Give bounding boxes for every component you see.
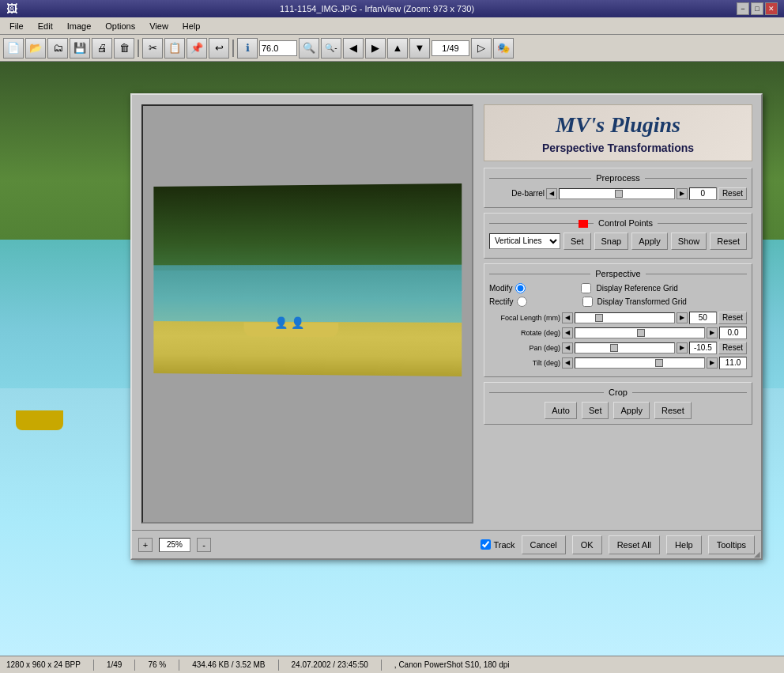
set-button[interactable]: Set [564, 233, 591, 250]
tooltips-button[interactable]: Tooltips [708, 535, 755, 554]
toolbar-separator-2 [232, 40, 234, 57]
pan-row: Pan (deg) ◀ ▶ -10.5 Reset [489, 342, 747, 354]
zoom-plus-button[interactable]: + [138, 538, 153, 552]
print-button[interactable]: 🖨 [92, 38, 112, 59]
focal-thumb[interactable] [595, 314, 603, 322]
toolbar: 📄 📂 🗂 💾 🖨 🗑 ✂ 📋 📌 ↩ ℹ 76.0 🔍 🔍- ◀ ▶ ▲ ▼ … [0, 35, 784, 62]
display-ref-grid-checkbox[interactable] [581, 283, 591, 293]
undo-button[interactable]: ↩ [209, 38, 229, 59]
cut-button[interactable]: ✂ [142, 38, 163, 59]
plugin-logo: MV's Plugins [491, 112, 745, 138]
show-button[interactable]: Show [671, 233, 707, 250]
debarrel-slider[interactable] [559, 188, 675, 199]
menu-options[interactable]: Options [99, 20, 141, 32]
zoom-in-button[interactable]: 🔍 [299, 38, 319, 59]
control-points-section: Control Points Vertical Lines Set Snap A… [484, 213, 752, 259]
debarrel-thumb[interactable] [615, 190, 623, 198]
tilt-value: 11.0 [719, 357, 747, 369]
display-ref-grid-label: Display Reference Grid [596, 284, 677, 293]
rotate-slider[interactable] [575, 327, 705, 338]
plugin-title: Perspective Transformations [491, 142, 745, 154]
menu-image[interactable]: Image [61, 20, 98, 32]
track-checkbox-row: Track [481, 539, 514, 550]
rectify-label: Rectify [489, 297, 514, 306]
effects-button[interactable]: 🎭 [493, 38, 514, 59]
focal-left-arrow[interactable]: ◀ [562, 312, 573, 323]
menu-file[interactable]: File [3, 20, 30, 32]
pan-slider[interactable] [575, 342, 675, 354]
crop-auto-button[interactable]: Auto [545, 402, 577, 419]
copy-button[interactable]: 📋 [164, 38, 185, 59]
pan-right-arrow[interactable]: ▶ [677, 342, 688, 354]
rectify-row: Rectify Display Transformed Grid [489, 297, 747, 307]
zoom-out-button[interactable]: 🔍- [321, 38, 341, 59]
open-dialog-button[interactable]: 🗂 [47, 38, 68, 59]
status-datetime: 24.07.2002 / 23:45:50 [292, 660, 368, 669]
debarrel-reset-button[interactable]: Reset [718, 187, 747, 200]
preprocess-section: Preprocess De-barrel ◀ ▶ 0 Reset [484, 168, 752, 208]
tilt-slider[interactable] [575, 357, 705, 369]
info-button[interactable]: ℹ [237, 38, 258, 59]
tilt-left-arrow[interactable]: ◀ [562, 357, 573, 369]
rotate-left-arrow[interactable]: ◀ [562, 327, 573, 338]
menu-edit[interactable]: Edit [32, 20, 59, 32]
plugin-header: MV's Plugins Perspective Transformations [484, 104, 752, 161]
maximize-button[interactable]: □ [751, 2, 763, 15]
resize-grip[interactable] [750, 547, 761, 558]
track-checkbox[interactable] [481, 539, 491, 550]
page-indicator: 1/49 [432, 40, 469, 56]
pan-left-arrow[interactable]: ◀ [562, 342, 573, 354]
pan-down-button[interactable]: ▼ [409, 38, 430, 59]
rotate-right-arrow[interactable]: ▶ [707, 327, 718, 338]
window-controls: − □ ✕ [737, 2, 778, 15]
close-button[interactable]: ✕ [765, 2, 778, 15]
focal-value: 50 [689, 312, 717, 324]
crop-section: Crop Auto Set Apply Reset [484, 382, 752, 425]
tilt-right-arrow[interactable]: ▶ [707, 357, 718, 369]
menu-bar: File Edit Image Options View Help [0, 17, 784, 35]
crop-reset-button[interactable]: Reset [654, 402, 692, 419]
pan-up-button[interactable]: ▲ [387, 38, 408, 59]
status-camera: , Canon PowerShot S10, 180 dpi [394, 660, 510, 669]
main-area: 👤 👤 MV's Plugins Perspective Transformat… [0, 62, 784, 656]
apply-button[interactable]: Apply [631, 233, 668, 250]
cancel-button[interactable]: Cancel [522, 535, 566, 554]
open-button[interactable]: 📂 [25, 38, 46, 59]
ok-button[interactable]: OK [572, 535, 602, 554]
prev-button[interactable]: ◀ [343, 38, 364, 59]
snap-button[interactable]: Snap [594, 233, 629, 250]
properties-button[interactable]: 🗑 [114, 38, 134, 59]
pan-thumb[interactable] [610, 344, 618, 352]
crop-set-button[interactable]: Set [582, 402, 609, 419]
focal-length-label: Focal Length (mm) [489, 314, 560, 322]
zoom-minus-button[interactable]: - [197, 538, 211, 552]
menu-view[interactable]: View [143, 20, 175, 32]
focal-right-arrow[interactable]: ▶ [677, 312, 688, 323]
menu-help[interactable]: Help [176, 20, 207, 32]
rotate-thumb[interactable] [637, 329, 645, 337]
reset-all-button[interactable]: Reset All [609, 535, 660, 554]
rectify-radio[interactable] [517, 297, 527, 307]
save-button[interactable]: 💾 [70, 38, 90, 59]
debarrel-right-arrow[interactable]: ▶ [677, 188, 688, 199]
paste-button[interactable]: 📌 [187, 38, 207, 59]
next-button[interactable]: ▶ [365, 38, 386, 59]
zoom-value-box: 76.0 [259, 40, 297, 56]
dialog-bottom-bar: + 25% - Track Cancel OK Reset All Help T… [132, 530, 761, 558]
focal-reset-button[interactable]: Reset [718, 312, 747, 324]
new-button[interactable]: 📄 [3, 38, 24, 59]
minimize-button[interactable]: − [737, 2, 749, 15]
focal-length-row: Focal Length (mm) ◀ ▶ 50 Reset [489, 312, 747, 324]
tilt-thumb[interactable] [655, 359, 663, 367]
reset-button[interactable]: Reset [710, 233, 747, 250]
pan-reset-button[interactable]: Reset [718, 342, 747, 354]
modify-radio[interactable] [515, 283, 526, 293]
display-trans-grid-checkbox[interactable] [582, 297, 593, 307]
control-points-label: Control Points [489, 218, 747, 228]
help-button[interactable]: Help [666, 535, 702, 554]
slideshow-button[interactable]: ▷ [471, 38, 492, 59]
crop-apply-button[interactable]: Apply [613, 402, 650, 419]
focal-slider[interactable] [575, 312, 675, 323]
control-points-dropdown[interactable]: Vertical Lines [489, 233, 560, 249]
debarrel-left-arrow[interactable]: ◀ [546, 188, 557, 199]
